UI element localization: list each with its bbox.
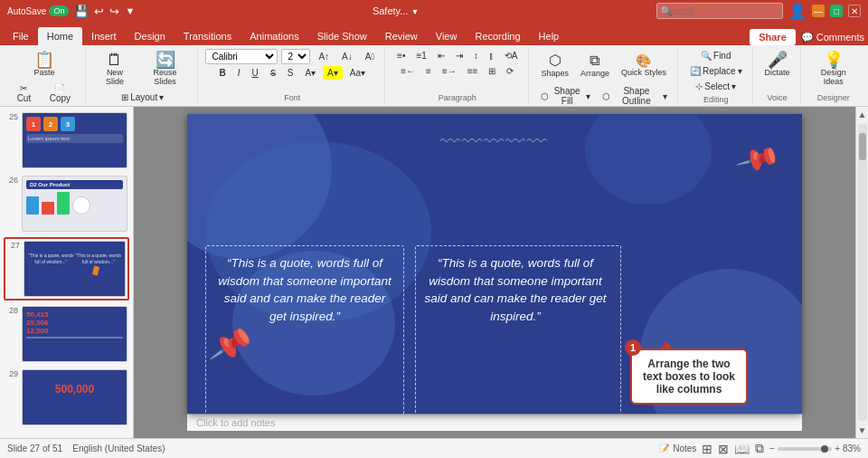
tab-animations[interactable]: Animations [241, 27, 307, 45]
convert-button[interactable]: ⟳ [502, 64, 518, 78]
reuse-slides-button[interactable]: 🔄 Reuse Slides [138, 49, 193, 89]
right-scrollbar[interactable]: ▲ ▼ [855, 107, 868, 438]
quote-text-left[interactable]: “This is a quote, words full of wisdom t… [214, 254, 395, 325]
copy-button[interactable]: 📄 Copy [41, 81, 80, 105]
layout-button[interactable]: ⊞ Layout ▾ [117, 91, 168, 104]
arrange-button[interactable]: ⧉ Arrange [576, 50, 614, 81]
shape-outline-button[interactable]: ⬡ Shape Outline ▾ [598, 84, 672, 108]
tab-insert[interactable]: Insert [82, 27, 126, 45]
zoom-out-button[interactable]: − [769, 444, 775, 453]
increase-font-button[interactable]: A↑ [314, 50, 334, 63]
align-center-button[interactable]: ≡ [421, 64, 436, 78]
columns-button[interactable]: ⫿ [485, 49, 498, 62]
reading-view-button[interactable]: 📖 [734, 442, 750, 456]
scroll-track[interactable] [858, 124, 867, 421]
tab-file[interactable]: File [4, 27, 38, 45]
shapes-icon: ⬡ [549, 52, 561, 69]
voice-label: Voice [768, 93, 788, 102]
save-icon[interactable]: 💾 [74, 5, 89, 18]
share-button[interactable]: Share [750, 29, 796, 45]
zoom-level[interactable]: 83% [843, 444, 861, 453]
line-spacing-button[interactable]: ↕ [469, 49, 483, 62]
reuse-slides-icon: 🔄 [156, 52, 175, 68]
smart-art-button[interactable]: ⊞ [484, 64, 500, 78]
bold-button[interactable]: B [215, 66, 231, 80]
increase-indent-button[interactable]: ⇥ [451, 49, 467, 62]
tab-design[interactable]: Design [126, 27, 175, 45]
quote-text-right[interactable]: “This is a quote, words full of wisdom t… [420, 254, 610, 325]
scroll-up-arrow[interactable]: ▲ [858, 107, 867, 122]
font-name-select[interactable]: Calibri [205, 49, 278, 64]
tab-view[interactable]: View [427, 27, 467, 45]
slide-item-29[interactable]: 29 500,000 [4, 367, 129, 427]
text-highlight-button[interactable]: A▾ [323, 66, 343, 80]
slide-sorter-button[interactable]: ⊠ [718, 442, 729, 456]
tab-slide-show[interactable]: Slide Show [308, 27, 376, 45]
autosave-label: AutoSave [7, 6, 46, 16]
shadow-button[interactable]: S [283, 66, 298, 80]
tab-recording[interactable]: Recording [466, 27, 529, 45]
select-button[interactable]: ⊹ Select ▾ [691, 80, 741, 93]
slide-item-27[interactable]: 27 "This is a quote, words full of wisdo… [4, 237, 129, 301]
title-text: Safety... [373, 5, 409, 16]
tab-transitions[interactable]: Transitions [175, 27, 241, 45]
click-to-add-notes[interactable]: Click to add notes [196, 417, 275, 428]
normal-view-button[interactable]: ⊞ [702, 442, 712, 456]
design-ideas-button[interactable]: 💡 Design Ideas [808, 49, 859, 89]
italic-button[interactable]: I [233, 66, 245, 80]
slide-item-28[interactable]: 28 50,413 29,506 12,500 [4, 304, 129, 364]
clear-format-button[interactable]: A⃝ [361, 50, 379, 63]
replace-button[interactable]: 🔄 Replace ▾ [685, 64, 747, 78]
align-right-button[interactable]: ≡→ [438, 64, 461, 78]
font-size-select[interactable]: 25 [281, 49, 310, 64]
text-direction-button[interactable]: ⟲A [500, 49, 523, 62]
underline-button[interactable]: U [248, 66, 263, 80]
search-input[interactable] [656, 3, 783, 19]
align-left-button[interactable]: ≡← [396, 64, 420, 78]
customize-icon[interactable]: ▼ [125, 5, 135, 16]
scroll-thumb[interactable] [859, 133, 866, 160]
slide-canvas[interactable]: 〰〰〰〰〰 “This is a quote, words full of wi… [187, 114, 802, 414]
zoom-slider[interactable] [778, 447, 832, 451]
minimize-button[interactable]: — [812, 5, 825, 17]
decrease-font-button[interactable]: A↓ [337, 50, 357, 63]
notes-toggle[interactable]: 📝 Notes [658, 444, 696, 453]
callout-number: 1 [625, 339, 641, 356]
shapes-button[interactable]: ⬡ Shapes [536, 49, 573, 81]
titlebar-left: AutoSave On 💾 ↩ ↪ ▼ [7, 5, 135, 18]
title-dropdown-icon[interactable]: ▼ [410, 7, 419, 16]
decrease-indent-button[interactable]: ⇤ [433, 49, 449, 62]
tab-help[interactable]: Help [530, 27, 569, 45]
close-button[interactable]: ✕ [848, 5, 861, 17]
bullets-button[interactable]: ≡• [392, 49, 410, 62]
quick-styles-button[interactable]: 🎨 Quick Styles [617, 51, 671, 80]
slide-panel[interactable]: 25 1 2 3 Lorem ipsum text 26 D2 Our Prod… [0, 107, 134, 438]
undo-icon[interactable]: ↩ [94, 5, 104, 18]
font-size-up2-button[interactable]: Aa▾ [345, 66, 370, 80]
font-color-button[interactable]: A▾ [300, 66, 320, 80]
maximize-button[interactable]: □ [830, 5, 843, 17]
autosave-toggle[interactable]: On [49, 5, 69, 16]
autosave-control[interactable]: AutoSave On [7, 5, 69, 16]
paste-button[interactable]: 📋 Paste [29, 49, 59, 80]
find-button[interactable]: 🔍 Find [696, 49, 735, 62]
numbering-button[interactable]: ≡1 [411, 49, 430, 62]
dictate-button[interactable]: 🎤 Dictate [760, 49, 795, 80]
tab-review[interactable]: Review [376, 27, 427, 45]
strikethrough-button[interactable]: S̶ [266, 66, 280, 80]
cut-button[interactable]: ✂ Cut [9, 81, 39, 105]
presenter-view-button[interactable]: ⧉ [755, 441, 764, 456]
designer-label: Designer [817, 93, 850, 102]
new-slide-button[interactable]: 🗒 New Slide [93, 49, 137, 89]
slide-item-26[interactable]: 26 D2 Our Product [4, 174, 129, 234]
shape-fill-button[interactable]: ⬡ Shape Fill ▾ [536, 84, 595, 108]
scroll-down-arrow[interactable]: ▼ [858, 423, 867, 438]
drawing-group: ⬡ Shapes ⧉ Arrange 🎨 Quick Styles ⬡ Shap… [531, 47, 678, 104]
justify-button[interactable]: ≡≡ [463, 64, 483, 78]
comments-button[interactable]: 💬 Comments [801, 32, 864, 43]
slide-item-25[interactable]: 25 1 2 3 Lorem ipsum text [4, 110, 129, 170]
redo-icon[interactable]: ↪ [109, 5, 119, 18]
tab-home[interactable]: Home [38, 27, 82, 45]
zoom-in-button[interactable]: + [835, 444, 840, 453]
user-avatar[interactable]: 👤 [788, 3, 807, 20]
